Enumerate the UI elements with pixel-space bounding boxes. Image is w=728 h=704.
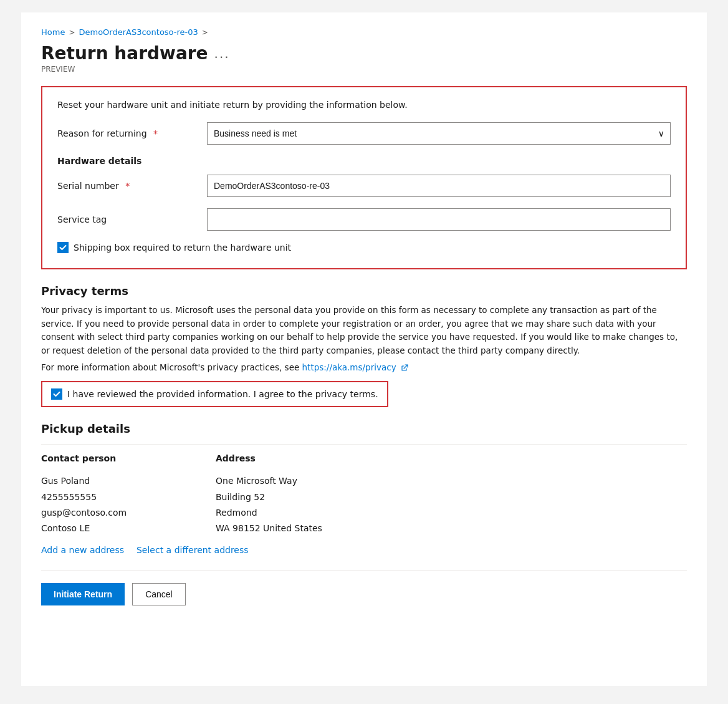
checkmark-icon	[59, 244, 67, 251]
reason-required-star: *	[153, 128, 158, 138]
contact-col-header: Contact person	[41, 453, 216, 463]
shipping-checkbox-label: Shipping box required to return the hard…	[74, 243, 291, 253]
page-title-ellipsis[interactable]: ...	[214, 46, 230, 61]
address-column: Address One Microsoft Way Building 52 Re…	[216, 453, 687, 536]
contact-company: Contoso LE	[41, 521, 216, 536]
pickup-grid: Contact person Gus Poland 4255555555 gus…	[41, 444, 687, 536]
address-col-header: Address	[216, 453, 687, 463]
page-title: Return hardware	[41, 43, 208, 64]
address-line2: Building 52	[216, 489, 687, 505]
service-tag-input[interactable]	[207, 208, 671, 231]
breadcrumb-sep-2: >	[202, 28, 208, 37]
service-tag-control	[207, 208, 671, 231]
address-values: One Microsoft Way Building 52 Redmond WA…	[216, 473, 687, 536]
serial-number-label: Serial number *	[57, 181, 194, 191]
reason-control: Business need is met	[207, 122, 671, 145]
serial-number-control	[207, 175, 671, 197]
contact-values: Gus Poland 4255555555 gusp@contoso.com C…	[41, 473, 216, 536]
pickup-section: Pickup details Contact person Gus Poland…	[41, 422, 687, 555]
reason-row: Reason for returning * Business need is …	[57, 122, 671, 145]
page-subtitle: PREVIEW	[41, 65, 687, 74]
privacy-link-row: For more information about Microsoft's p…	[41, 362, 687, 372]
address-line3: Redmond	[216, 505, 687, 521]
agree-checkbox-row: I have reviewed the provided information…	[41, 381, 388, 407]
service-tag-label: Service tag	[57, 215, 194, 224]
address-line1: One Microsoft Way	[216, 473, 687, 489]
reason-dropdown[interactable]: Business need is met	[207, 122, 671, 145]
privacy-body: Your privacy is important to us. Microso…	[41, 304, 687, 357]
initiate-return-button[interactable]: Initiate Return	[41, 583, 125, 605]
privacy-link[interactable]: https://aka.ms/privacy	[302, 362, 396, 372]
reason-dropdown-wrapper: Business need is met	[207, 122, 671, 145]
service-tag-row: Service tag	[57, 208, 671, 231]
shipping-checkbox[interactable]	[57, 242, 69, 253]
address-line4: WA 98152 United States	[216, 521, 687, 536]
cancel-button[interactable]: Cancel	[132, 583, 186, 605]
contact-column: Contact person Gus Poland 4255555555 gus…	[41, 453, 216, 536]
external-link-icon	[401, 364, 408, 372]
hardware-details-label: Hardware details	[57, 156, 671, 166]
breadcrumb: Home > DemoOrderAS3contoso-re-03 >	[41, 27, 687, 37]
serial-required-star: *	[125, 181, 130, 191]
return-form-section: Reset your hardware unit and initiate re…	[41, 86, 687, 269]
footer-bar: Initiate Return Cancel	[41, 570, 687, 605]
pickup-actions: Add a new address Select a different add…	[41, 545, 687, 555]
breadcrumb-sep-1: >	[69, 28, 75, 37]
agree-checkmark-icon	[53, 390, 60, 398]
contact-email: gusp@contoso.com	[41, 505, 216, 521]
page-title-row: Return hardware ...	[41, 43, 687, 64]
select-address-link[interactable]: Select a different address	[136, 545, 249, 555]
breadcrumb-order[interactable]: DemoOrderAS3contoso-re-03	[79, 27, 198, 37]
contact-phone: 4255555555	[41, 489, 216, 505]
page-container: Home > DemoOrderAS3contoso-re-03 > Retur…	[21, 12, 707, 686]
privacy-link-prefix: For more information about Microsoft's p…	[41, 362, 302, 372]
serial-number-input[interactable]	[207, 175, 671, 197]
privacy-title: Privacy terms	[41, 284, 687, 297]
breadcrumb-home[interactable]: Home	[41, 27, 65, 37]
add-address-link[interactable]: Add a new address	[41, 545, 124, 555]
privacy-section: Privacy terms Your privacy is important …	[41, 284, 687, 407]
reason-label: Reason for returning *	[57, 128, 194, 138]
contact-name: Gus Poland	[41, 473, 216, 489]
agree-checkbox-label: I have reviewed the provided information…	[67, 389, 378, 399]
shipping-checkbox-row: Shipping box required to return the hard…	[57, 242, 671, 253]
form-intro-text: Reset your hardware unit and initiate re…	[57, 100, 671, 110]
pickup-title: Pickup details	[41, 422, 687, 435]
serial-number-row: Serial number *	[57, 175, 671, 197]
agree-checkbox[interactable]	[51, 388, 62, 400]
